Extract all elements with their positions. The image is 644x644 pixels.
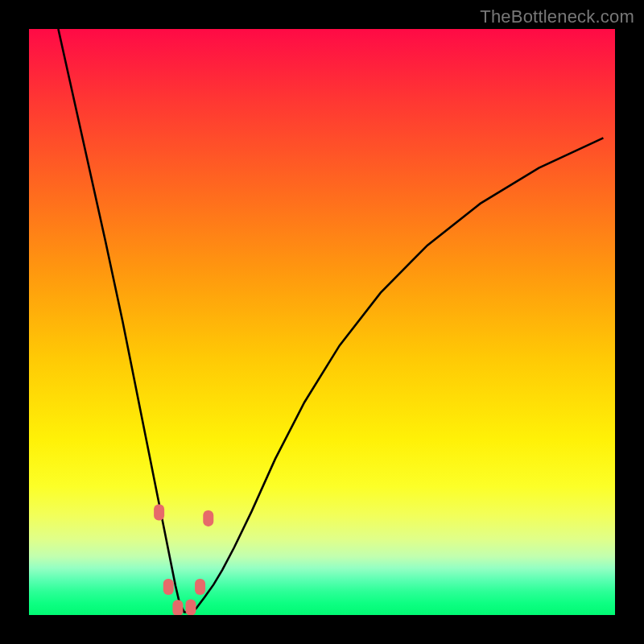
curve-marker [154,505,164,521]
curve-marker [185,600,196,615]
curve-marker [163,579,174,595]
curve-line [58,29,603,612]
chart-area [29,29,615,615]
curve-marker [195,579,205,595]
screenshot-frame: TheBottleneck.com [0,0,644,644]
curve-marker [203,510,213,526]
chart-svg [29,29,615,615]
curve-marker [172,600,183,615]
watermark-text: TheBottleneck.com [480,6,634,27]
